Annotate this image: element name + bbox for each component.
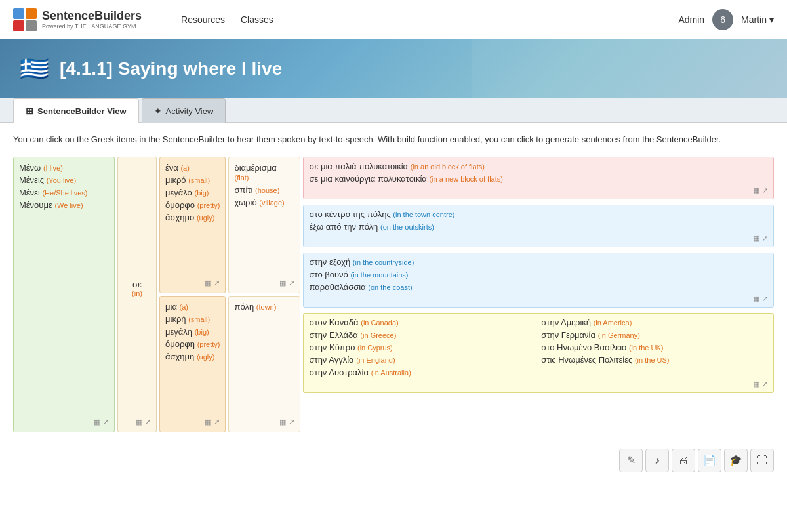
list-item[interactable]: μικρό (small) <box>165 175 220 185</box>
list-item[interactable]: στο βουνό (in the mountains) <box>309 270 768 279</box>
bar-chart-icon[interactable]: ▦ <box>753 234 759 243</box>
list-item[interactable]: στις Ηνωμένες Πολιτείες (in the US) <box>541 355 768 365</box>
item-translation: (in Canada) <box>361 319 398 327</box>
col4b-icons: ▦ ↗ <box>234 414 294 426</box>
nav-classes[interactable]: Classes <box>241 14 273 25</box>
item-translation: (in the countryside) <box>353 258 414 266</box>
list-item[interactable]: πόλη (town) <box>234 302 294 312</box>
list-item[interactable]: διαμέρισμα (flat) <box>234 163 294 182</box>
avatar: 6 <box>712 9 733 30</box>
list-item[interactable]: στην εξοχή (in the countryside) <box>309 257 768 267</box>
list-item[interactable]: σε μια παλιά πολυκατοικία (in an old blo… <box>309 161 768 171</box>
list-item[interactable]: στον Καναδά (in Canada) <box>309 317 536 327</box>
col3a-icons: ▦ ↗ <box>165 275 220 287</box>
list-item[interactable]: όμορφο (pretty) <box>165 200 220 210</box>
expand-col-icon[interactable]: ↗ <box>289 279 294 287</box>
admin-link[interactable]: Admin <box>678 14 704 25</box>
graduate-button[interactable]: 🎓 <box>724 449 748 472</box>
bar-chart-icon[interactable]: ▦ <box>279 279 286 287</box>
item-text: χωριό <box>234 197 256 207</box>
audio-button[interactable]: ♪ <box>645 449 669 472</box>
bar-chart-icon[interactable]: ▦ <box>753 380 759 388</box>
user-name: Martin <box>741 14 767 25</box>
expand-col-icon[interactable]: ↗ <box>762 295 768 303</box>
list-item[interactable]: σε (in) <box>132 279 142 297</box>
item-text: στην εξοχή <box>309 257 350 267</box>
list-item[interactable]: σπίτι (house) <box>234 185 294 195</box>
item-translation: (house) <box>255 186 279 194</box>
bar-chart-icon[interactable]: ▦ <box>94 418 100 426</box>
edit-button[interactable]: ✎ <box>619 449 643 472</box>
item-translation: (town) <box>256 303 277 311</box>
print-button[interactable]: 🖨 <box>672 449 695 472</box>
item-text: σπίτι <box>234 185 252 195</box>
yellow-cell-content: στον Καναδά (in Canada) στην Ελλάδα (in … <box>309 317 768 377</box>
expand-col-icon[interactable]: ↗ <box>103 418 109 426</box>
document-button[interactable]: 📄 <box>698 449 721 472</box>
expand-col-icon[interactable]: ↗ <box>762 186 768 195</box>
list-item[interactable]: χωριό (village) <box>234 197 294 207</box>
list-item[interactable]: Μένεις (You live) <box>19 175 109 185</box>
expand-col-icon[interactable]: ↗ <box>762 234 768 243</box>
item-text: όμορφη <box>165 339 195 349</box>
item-translation: (in an old block of flats) <box>411 163 485 171</box>
expand-col-icon[interactable]: ↗ <box>214 418 220 426</box>
item-text: Μένεις <box>19 175 44 185</box>
fullscreen-button[interactable]: ⛶ <box>750 449 774 472</box>
flag-icon: 🇬🇷 <box>20 55 49 83</box>
page-title: [4.1.1] Saying where I live <box>60 58 282 79</box>
item-text: Μένουμε <box>19 200 52 210</box>
expand-col-icon[interactable]: ↗ <box>762 380 768 388</box>
list-item[interactable]: μικρή (small) <box>165 314 220 324</box>
tab-activity[interactable]: ✦ Activity View <box>142 98 226 123</box>
bar-chart-icon[interactable]: ▦ <box>753 186 759 195</box>
list-item[interactable]: μεγάλο (big) <box>165 188 220 197</box>
item-text: μεγάλο <box>165 188 192 197</box>
item-translation: (on the coast) <box>368 283 412 291</box>
bar-chart-icon[interactable]: ▦ <box>205 418 211 426</box>
ena-column: ένα (a) μικρό (small) μεγάλο (big) όμορφ… <box>159 157 226 293</box>
article-translation: (a) <box>180 164 189 172</box>
list-item[interactable]: στην Γερμανία (in Germany) <box>541 330 768 340</box>
list-item[interactable]: στην Αγγλία (in England) <box>309 355 536 365</box>
item-text: άσχημο <box>165 213 194 222</box>
tab-sentence-builder[interactable]: ⊞ SentenceBuilder View <box>13 98 139 123</box>
col1-icons: ▦ ↗ <box>19 414 109 426</box>
bar-chart-icon[interactable]: ▦ <box>136 418 142 426</box>
list-item[interactable]: Μένω (I live) <box>19 163 109 173</box>
item-text: στην Αυστραλία <box>309 367 369 377</box>
expand-col-icon[interactable]: ↗ <box>145 418 151 426</box>
bar-chart-icon[interactable]: ▦ <box>205 279 211 287</box>
expand-col-icon[interactable]: ↗ <box>289 418 294 426</box>
list-item[interactable]: στην Αμερική (in America) <box>541 317 768 327</box>
bar-chart-icon[interactable]: ▦ <box>753 295 759 303</box>
brand-title: SentenceBuilders <box>42 9 142 23</box>
list-item[interactable]: Μένει (He/She lives) <box>19 188 109 197</box>
article-text: μια <box>165 302 177 312</box>
list-item[interactable]: άσχημη (ugly) <box>165 352 220 361</box>
list-item[interactable]: Μένουμε (We live) <box>19 200 109 210</box>
list-item[interactable]: στο κέντρο της πόλης (in the town centre… <box>309 209 768 219</box>
list-item[interactable]: στην Αυστραλία (in Australia) <box>309 367 536 377</box>
list-item[interactable]: στο Ηνωμένο Βασίλειο (in the UK) <box>541 342 768 352</box>
item-translation: (in Cyprus) <box>357 344 393 352</box>
item-text: στο Ηνωμένο Βασίλειο <box>541 342 626 352</box>
tabs-bar: ⊞ SentenceBuilder View ✦ Activity View <box>0 98 787 123</box>
user-menu[interactable]: Martin ▾ <box>741 14 774 25</box>
list-item[interactable]: μεγάλη (big) <box>165 327 220 337</box>
expand-col-icon[interactable]: ↗ <box>214 279 220 287</box>
item-text: στην Ελλάδα <box>309 330 357 340</box>
list-item[interactable]: άσχημο (ugly) <box>165 213 220 222</box>
list-item[interactable]: παραθαλάσσια (on the coast) <box>309 282 768 292</box>
brand: SentenceBuilders Powered by THE LANGUAGE… <box>13 8 142 31</box>
list-item[interactable]: στην Κύπρο (in Cyprus) <box>309 342 536 352</box>
noun-bottom-column: πόλη (town) ▦ ↗ <box>228 296 300 432</box>
item-text: στο βουνό <box>309 270 348 279</box>
list-item[interactable]: σε μια καινούργια πολυκατοικία (in a new… <box>309 174 768 184</box>
list-item[interactable]: στην Ελλάδα (in Greece) <box>309 330 536 340</box>
right-panel: σε μια παλιά πολυκατοικία (in an old blo… <box>303 157 774 432</box>
bar-chart-icon[interactable]: ▦ <box>279 418 286 426</box>
list-item[interactable]: έξω από την πόλη (on the outskirts) <box>309 222 768 232</box>
nav-resources[interactable]: Resources <box>181 14 225 25</box>
list-item[interactable]: όμορφη (pretty) <box>165 339 220 349</box>
